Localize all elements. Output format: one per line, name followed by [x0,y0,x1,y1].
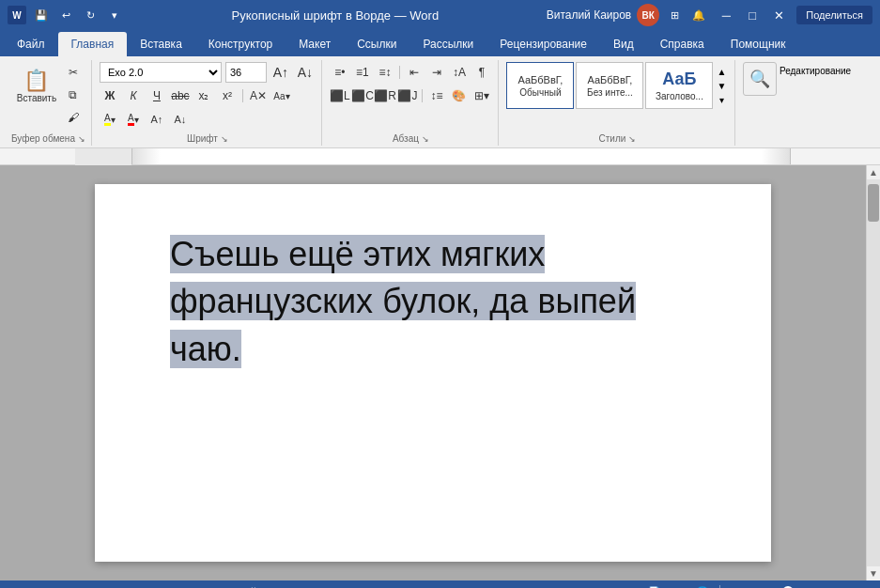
font-size-input[interactable] [225,62,267,83]
style-no-spacing[interactable]: АаБбВвГ, Без инте... [576,62,643,109]
format-painter-button[interactable]: 🖌 [63,107,84,128]
style-no-spacing-preview: АаБбВвГ, [587,74,632,85]
font-size-up2-button[interactable]: А↑ [147,109,167,130]
decrease-indent-button[interactable]: ⇤ [404,62,425,83]
style-scroll-down-button[interactable]: ▼ [715,79,728,92]
connect-icon[interactable]: ⊞ [665,6,684,24]
paragraph-expand-icon[interactable]: ↘ [422,134,429,144]
font-expand-icon[interactable]: ↘ [221,134,228,144]
shading-button[interactable]: 🎨 [449,85,470,106]
font-size-down-button[interactable]: A↓ [295,62,316,83]
document-text[interactable]: Съешь ещё этих мягких французских булок,… [170,231,696,373]
customize-qat-button[interactable]: ▾ [105,6,124,24]
undo-button[interactable]: ↩ [56,6,75,24]
style-arrows: ▲ ▼ ▾ [715,65,728,106]
show-marks-button[interactable]: ¶ [471,62,492,83]
scroll-thumb[interactable] [868,184,879,222]
tab-mailings[interactable]: Рассылки [409,32,486,56]
avatar[interactable]: ВК [637,4,659,26]
style-expand-button[interactable]: ▾ [715,93,728,106]
content-area: Съешь ещё этих мягких французских булок,… [0,165,880,580]
multilevel-list-button[interactable]: ≡↕ [375,62,395,83]
clear-format-button[interactable]: А✕ [248,85,269,106]
styles-expand-icon[interactable]: ↘ [628,134,636,144]
numbered-list-button[interactable]: ≡1 [352,62,373,83]
tab-layout[interactable]: Макет [286,32,344,56]
share-button[interactable]: Поделиться [796,6,872,24]
cut-button[interactable]: ✂ [63,62,84,83]
align-center-button[interactable]: ⬛C [352,85,373,106]
tab-review[interactable]: Рецензирование [486,32,600,56]
font-name-select[interactable]: Exo 2.0 [100,62,222,83]
strikethrough-button[interactable]: abc [170,85,191,106]
clipboard-expand-icon[interactable]: ↘ [78,134,85,144]
document-scroll[interactable]: Съешь ещё этих мягких французских булок,… [0,165,866,580]
style-heading-preview: АаБ [662,70,696,89]
style-normal[interactable]: АаБбВвГ, Обычный [506,62,574,109]
window-controls: ─ □ ✕ [714,3,791,27]
align-right-button[interactable]: ⬛R [375,85,395,106]
scroll-track[interactable] [867,179,880,566]
text-highlight-button[interactable]: А▾ [100,109,120,130]
style-no-spacing-label: Без инте... [587,87,633,98]
increase-indent-button[interactable]: ⇥ [426,62,447,83]
borders-button[interactable]: ⊞▾ [471,85,492,106]
save-button[interactable]: 💾 [32,6,51,24]
tab-help[interactable]: Справка [647,32,718,56]
copy-button[interactable]: ⧉ [63,85,84,105]
subscript-button[interactable]: x₂ [193,85,214,106]
style-heading-label: Заголово... [656,91,703,101]
web-view-button[interactable]: 🌐 [693,585,712,589]
justify-button[interactable]: ⬛J [397,85,418,106]
tab-assistant[interactable]: Помощник [718,32,799,56]
selected-text[interactable]: Съешь ещё этих мягких французских булок,… [170,235,636,368]
document-page[interactable]: Съешь ещё этих мягких французских булок,… [95,184,771,562]
clipboard-group: 📋 Вставить ✂ ⧉ 🖌 Буфер обмена ↘ [6,60,92,146]
scroll-up-button[interactable]: ▲ [867,165,881,179]
tab-file[interactable]: Файл [4,32,58,56]
align-left-button[interactable]: ⬛L [330,85,350,106]
bell-icon[interactable]: 🔔 [689,6,708,24]
line-spacing-button[interactable]: ↕≡ [426,85,447,106]
bold-button[interactable]: Ж [100,85,120,106]
style-scroll-up-button[interactable]: ▲ [715,65,728,78]
ruler-left [75,148,131,165]
editing-label: Редактирование [780,66,851,76]
font-size-up-button[interactable]: A↑ [270,62,291,83]
read-mode-button[interactable]: 📄 [645,585,664,589]
font-size-down2-button[interactable]: А↓ [170,109,191,130]
bullet-list-button[interactable]: ≡• [330,62,350,83]
spell-check-icon[interactable]: ✓ [188,585,202,589]
font-group: Exo 2.0 A↑ A↓ Ж К Ч abc x₂ x² А✕ Аа▾ А▾ [94,60,322,146]
close-button[interactable]: ✕ [766,3,791,27]
styles-group: АаБбВвГ, Обычный АаБбВвГ, Без инте... Аа… [501,60,735,146]
font-color-button[interactable]: А▾ [123,109,144,130]
paste-button[interactable]: 📋 Вставить [13,62,60,111]
redo-button[interactable]: ↻ [81,6,100,24]
font-case-button[interactable]: Аа▾ [271,85,292,106]
clipboard-content: 📋 Вставить ✂ ⧉ 🖌 [13,60,84,132]
ruler [0,148,880,165]
scroll-down-button[interactable]: ▼ [867,566,881,580]
tab-design[interactable]: Конструктор [195,32,286,56]
superscript-button[interactable]: x² [217,85,238,106]
print-layout-button[interactable]: ⊞ [672,585,686,589]
title-bar: W 💾 ↩ ↻ ▾ Рукописный шрифт в Ворде — Wor… [0,0,880,30]
search-button[interactable]: 🔍 [743,62,777,96]
tab-insert[interactable]: Вставка [127,32,195,56]
style-heading[interactable]: АаБ Заголово... [645,62,713,109]
tab-references[interactable]: Ссылки [344,32,409,56]
italic-button[interactable]: К [123,85,144,106]
vertical-scrollbar[interactable]: ▲ ▼ [866,165,880,580]
underline-button[interactable]: Ч [147,85,167,106]
minimize-button[interactable]: ─ [714,3,738,27]
tab-home[interactable]: Главная [58,32,128,56]
word-icon: W [8,6,26,24]
customize-icon: ▾ [112,9,117,22]
tab-view[interactable]: Вид [600,32,647,56]
divider2 [399,66,400,79]
font-top-row: Exo 2.0 A↑ A↓ [100,62,316,83]
sort-button[interactable]: ↕A [449,62,470,83]
maximize-button[interactable]: □ [740,3,764,27]
title-bar-left: W 💾 ↩ ↻ ▾ [8,6,124,24]
